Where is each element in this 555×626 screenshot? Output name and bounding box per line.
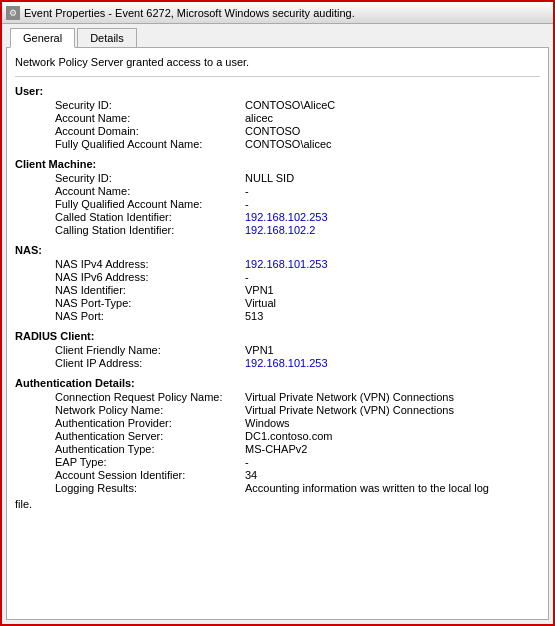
section-header-nas: NAS:	[15, 244, 540, 256]
table-row: Client Friendly Name: VPN1	[55, 344, 540, 356]
prop-label: NAS IPv4 Address:	[55, 258, 245, 270]
table-row: Account Domain: CONTOSO	[55, 125, 540, 137]
prop-label: Calling Station Identifier:	[55, 224, 245, 236]
table-row: Fully Qualified Account Name: -	[55, 198, 540, 210]
window-icon: ⚙	[6, 6, 20, 20]
table-row: Called Station Identifier: 192.168.102.2…	[55, 211, 540, 223]
table-row: Fully Qualified Account Name: CONTOSO\al…	[55, 138, 540, 150]
table-row: NAS IPv6 Address: -	[55, 271, 540, 283]
prop-value: Windows	[245, 417, 540, 429]
section-header-user: User:	[15, 85, 540, 97]
intro-text: Network Policy Server granted access to …	[15, 56, 540, 68]
prop-value: Virtual	[245, 297, 540, 309]
prop-value: MS-CHAPv2	[245, 443, 540, 455]
prop-label: Connection Request Policy Name:	[55, 391, 245, 403]
prop-value: alicec	[245, 112, 540, 124]
prop-value: -	[245, 271, 540, 283]
prop-value: CONTOSO\AliceC	[245, 99, 540, 111]
divider-top	[15, 76, 540, 77]
prop-label: NAS Port:	[55, 310, 245, 322]
prop-label: Account Domain:	[55, 125, 245, 137]
table-row: Account Name: -	[55, 185, 540, 197]
prop-label: Security ID:	[55, 99, 245, 111]
table-row: NAS Port: 513	[55, 310, 540, 322]
table-row: Client IP Address: 192.168.101.253	[55, 357, 540, 369]
table-row: Authentication Server: DC1.contoso.com	[55, 430, 540, 442]
table-row: Logging Results: Accounting information …	[55, 482, 540, 494]
tabs-container: General Details	[2, 24, 553, 47]
table-row: Account Session Identifier: 34	[55, 469, 540, 481]
prop-value: Virtual Private Network (VPN) Connection…	[245, 391, 540, 403]
prop-label: Fully Qualified Account Name:	[55, 198, 245, 210]
prop-label: Fully Qualified Account Name:	[55, 138, 245, 150]
prop-label: Security ID:	[55, 172, 245, 184]
table-row: Authentication Provider: Windows	[55, 417, 540, 429]
prop-value: Virtual Private Network (VPN) Connection…	[245, 404, 540, 416]
prop-value: 192.168.102.2	[245, 224, 540, 236]
prop-label: Account Session Identifier:	[55, 469, 245, 481]
table-row: NAS IPv4 Address: 192.168.101.253	[55, 258, 540, 270]
prop-value: CONTOSO	[245, 125, 540, 137]
table-row: NAS Port-Type: Virtual	[55, 297, 540, 309]
prop-value: NULL SID	[245, 172, 540, 184]
prop-value: 513	[245, 310, 540, 322]
prop-value: 192.168.102.253	[245, 211, 540, 223]
footer-text: file.	[15, 498, 540, 510]
table-row: Authentication Type: MS-CHAPv2	[55, 443, 540, 455]
prop-value: Accounting information was written to th…	[245, 482, 540, 494]
prop-label: Logging Results:	[55, 482, 245, 494]
event-properties-window: ⚙ Event Properties - Event 6272, Microso…	[0, 0, 555, 626]
window-title: Event Properties - Event 6272, Microsoft…	[24, 7, 549, 19]
prop-label: NAS Port-Type:	[55, 297, 245, 309]
tab-details[interactable]: Details	[77, 28, 137, 47]
prop-value: VPN1	[245, 284, 540, 296]
prop-value: DC1.contoso.com	[245, 430, 540, 442]
section-header-auth: Authentication Details:	[15, 377, 540, 389]
tab-general[interactable]: General	[10, 28, 75, 48]
prop-label: Client IP Address:	[55, 357, 245, 369]
prop-value: -	[245, 198, 540, 210]
section-header-client-machine: Client Machine:	[15, 158, 540, 170]
prop-label: Authentication Server:	[55, 430, 245, 442]
prop-label: Authentication Provider:	[55, 417, 245, 429]
prop-label: Account Name:	[55, 185, 245, 197]
prop-label: Account Name:	[55, 112, 245, 124]
table-row: EAP Type: -	[55, 456, 540, 468]
table-row: Account Name: alicec	[55, 112, 540, 124]
table-row: Security ID: NULL SID	[55, 172, 540, 184]
prop-label: NAS Identifier:	[55, 284, 245, 296]
prop-label: Client Friendly Name:	[55, 344, 245, 356]
table-row: Security ID: CONTOSO\AliceC	[55, 99, 540, 111]
prop-value: 34	[245, 469, 540, 481]
title-bar: ⚙ Event Properties - Event 6272, Microso…	[2, 2, 553, 24]
prop-label: EAP Type:	[55, 456, 245, 468]
prop-label: Authentication Type:	[55, 443, 245, 455]
prop-value: CONTOSO\alicec	[245, 138, 540, 150]
prop-value: 192.168.101.253	[245, 258, 540, 270]
tab-content-general: Network Policy Server granted access to …	[6, 47, 549, 620]
prop-label: Called Station Identifier:	[55, 211, 245, 223]
prop-value: VPN1	[245, 344, 540, 356]
prop-label: Network Policy Name:	[55, 404, 245, 416]
table-row: NAS Identifier: VPN1	[55, 284, 540, 296]
table-row: Connection Request Policy Name: Virtual …	[55, 391, 540, 403]
prop-value: -	[245, 456, 540, 468]
section-header-radius: RADIUS Client:	[15, 330, 540, 342]
prop-value: 192.168.101.253	[245, 357, 540, 369]
prop-label: NAS IPv6 Address:	[55, 271, 245, 283]
table-row: Calling Station Identifier: 192.168.102.…	[55, 224, 540, 236]
prop-value: -	[245, 185, 540, 197]
table-row: Network Policy Name: Virtual Private Net…	[55, 404, 540, 416]
